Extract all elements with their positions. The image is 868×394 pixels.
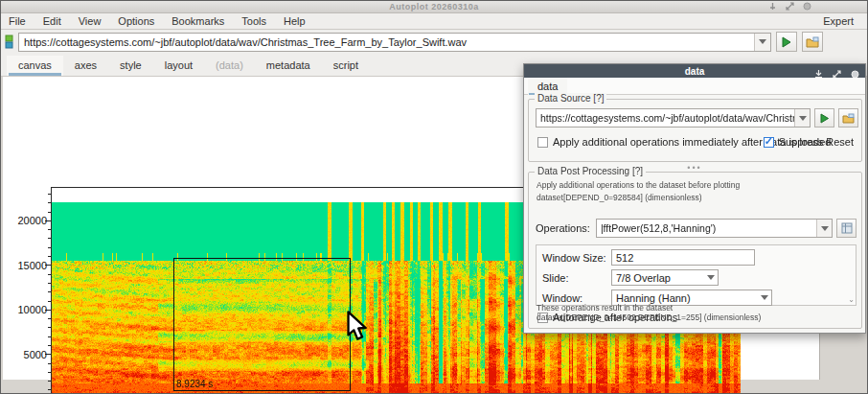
menu-item[interactable]: Options <box>118 15 154 27</box>
data-dialog: data data Data Source [?] https://cottag… <box>523 63 866 334</box>
y-axis-minor-tick <box>48 291 51 292</box>
menu-item[interactable]: Bookmarks <box>171 15 224 27</box>
y-axis-minor-tick <box>48 389 51 390</box>
folder-icon <box>842 113 855 124</box>
menu-items: FileEditViewOptionsBookmarksToolsHelp <box>9 15 306 27</box>
post-processing-group: Data Post Processing [?] Apply additiona… <box>528 172 862 329</box>
dialog-go-button[interactable] <box>814 108 834 127</box>
main-tab[interactable]: layout <box>153 56 204 76</box>
chevron-down-icon <box>758 290 771 305</box>
menu-item[interactable]: File <box>9 15 26 27</box>
post-processing-description: Apply additional operations to the datas… <box>537 180 740 190</box>
main-tab[interactable]: canvas <box>7 56 63 76</box>
restore-icon[interactable] <box>786 2 794 11</box>
y-axis-minor-tick <box>48 345 51 346</box>
play-icon <box>781 36 792 48</box>
url-field[interactable]: https://cottagesystems.com/~jbf/autoplot… <box>18 33 771 52</box>
window-label: Window: <box>542 292 611 304</box>
url-combo-dropdown[interactable] <box>794 109 810 127</box>
close-icon[interactable] <box>803 2 811 11</box>
operations-combo[interactable]: |fftPower(512,8,'Hanning') <box>596 219 833 238</box>
window-size-input[interactable]: 512 <box>611 249 755 266</box>
window-size-label: Window Size: <box>542 252 611 264</box>
operations-dropdown[interactable] <box>816 220 832 237</box>
main-tab[interactable]: script <box>322 56 370 76</box>
selection-box[interactable]: 8.9234 s <box>173 258 351 391</box>
dialog-titlebar[interactable]: data <box>524 64 865 78</box>
dialog-open-file-button[interactable] <box>838 108 858 127</box>
y-axis-minor-tick <box>48 318 51 319</box>
url-text[interactable]: https://cottagesystems.com/~jbf/autoplot… <box>19 36 754 48</box>
y-axis-minor-tick <box>48 283 51 284</box>
selection-width-label: 8.9234 s <box>176 379 213 389</box>
y-axis-minor-tick <box>48 372 51 373</box>
operations-label: Operations: <box>536 222 590 234</box>
y-axis-minor-tick <box>48 381 51 382</box>
y-axis-tick-label: 10000 <box>5 304 47 315</box>
y-axis-minor-tick <box>48 256 51 257</box>
autoplot-window: Autoplot 20260310a FileEditViewOptionsBo… <box>0 0 868 394</box>
suppress-reset-checkbox[interactable] <box>764 137 774 148</box>
apply-immediately-checkbox[interactable] <box>537 137 548 148</box>
pin-icon[interactable] <box>768 2 777 11</box>
operations-editor-button[interactable] <box>836 219 857 238</box>
filter-table-icon <box>841 222 853 234</box>
y-axis-minor-tick <box>48 327 51 328</box>
chevron-down-icon <box>821 226 829 231</box>
operations-value[interactable]: |fftPower(512,8,'Hanning') <box>597 222 816 234</box>
url-dropdown-button[interactable] <box>754 34 770 51</box>
mouse-cursor <box>345 311 370 341</box>
y-axis-minor-tick <box>48 363 51 364</box>
open-file-button[interactable] <box>802 32 823 52</box>
menu-item[interactable]: Tools <box>241 15 266 27</box>
y-axis-minor-tick <box>48 229 51 230</box>
data-source-group: Data Source [?] https://cottagesystems.c… <box>528 99 862 162</box>
chevron-down-icon <box>704 270 718 285</box>
main-tab[interactable]: style <box>108 56 153 76</box>
chevron-down-icon <box>759 39 766 44</box>
main-tab[interactable]: axes <box>63 56 108 76</box>
dialog-url-combo[interactable]: https://cottagesystems.com/~jbf/autoplot… <box>536 108 811 127</box>
menu-item[interactable]: Help <box>284 15 306 27</box>
expert-mode-label[interactable]: Expert <box>823 15 859 27</box>
main-tab[interactable]: (data) <box>204 56 255 76</box>
y-axis-minor-tick <box>48 247 51 248</box>
y-axis-minor-tick <box>48 301 51 302</box>
slide-label: Slide: <box>542 272 611 284</box>
slide-select[interactable]: 7/8 Overlap <box>611 269 719 286</box>
menu-item[interactable]: View <box>79 15 102 27</box>
y-axis-minor-tick <box>48 202 51 203</box>
y-axis-tick-label: 5000 <box>5 349 47 360</box>
y-axis-tick-label: 15000 <box>5 260 47 271</box>
app-title: Autoplot 20260310a <box>1 2 867 12</box>
main-tab[interactable]: metadata <box>255 56 322 76</box>
app-titlebar: Autoplot 20260310a <box>1 1 867 13</box>
menu-item[interactable]: Edit <box>43 15 61 27</box>
y-axis-minor-tick <box>48 274 51 275</box>
y-axis-minor-tick <box>48 336 51 337</box>
y-axis-tick-label: 20000 <box>5 215 47 226</box>
folder-icon <box>806 36 819 48</box>
y-axis-minor-tick <box>48 212 51 213</box>
scroll-down-icon[interactable]: ⌄ <box>848 296 855 304</box>
post-processing-legend: Data Post Processing [?] <box>535 166 646 176</box>
menubar: FileEditViewOptionsBookmarksToolsHelp Ex… <box>1 13 867 30</box>
y-axis-minor-tick <box>48 194 51 195</box>
address-bar: https://cottagesystems.com/~jbf/autoplot… <box>1 30 867 54</box>
operation-editor-panel: Window Size: 512 Slide: 7/8 Overlap Wind… <box>536 244 857 306</box>
dialog-url-text[interactable]: https://cottagesystems.com/~jbf/autoplot… <box>537 112 794 124</box>
result-dataset-label: dataset[DEPEND_0=14502,DEPEND_1=255] (di… <box>537 313 761 322</box>
go-button[interactable] <box>776 32 797 52</box>
datasource-type-icon <box>5 35 14 50</box>
suppress-reset-label: Suppress Reset <box>779 136 854 148</box>
play-icon <box>819 113 830 124</box>
y-axis-minor-tick <box>48 238 51 239</box>
chevron-down-icon <box>799 116 807 121</box>
data-source-legend: Data Source [?] <box>535 93 606 104</box>
input-dataset-label: dataset[DEPEND_0=928584] (dimensionless) <box>537 193 702 202</box>
result-text: These operations result in the dataset <box>537 303 673 313</box>
